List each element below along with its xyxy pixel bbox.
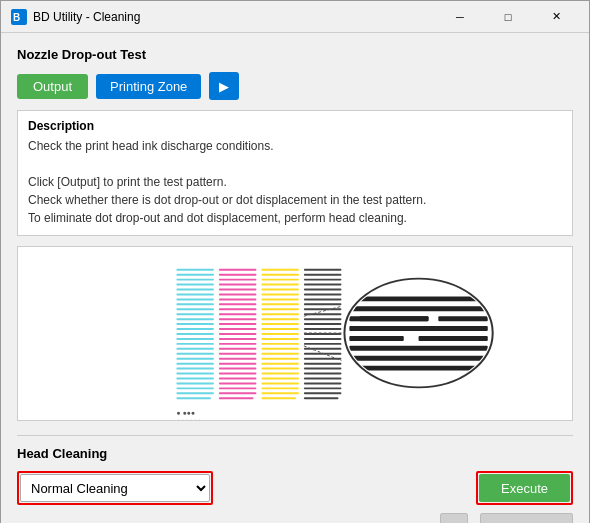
svg-rect-52 [219,373,257,375]
close-window-button[interactable]: ✕ [533,7,579,27]
svg-rect-31 [219,269,257,271]
svg-rect-16 [176,328,214,330]
svg-rect-50 [219,363,257,365]
svg-rect-29 [176,392,214,394]
svg-rect-41 [219,318,257,320]
svg-rect-37 [219,298,257,300]
svg-rect-69 [261,323,299,325]
svg-point-112 [344,279,492,388]
svg-rect-104 [304,363,342,365]
description-text: Check the print head ink discharge condi… [28,137,562,227]
svg-rect-32 [219,274,257,276]
svg-rect-111 [304,397,339,399]
svg-rect-122 [349,346,487,351]
play-button[interactable]: ▶ [209,72,239,100]
svg-rect-68 [261,318,299,320]
svg-rect-99 [304,338,342,340]
svg-rect-59 [261,274,299,276]
svg-rect-95 [304,318,342,320]
svg-rect-70 [261,328,299,330]
svg-text:●●●●●●: ●●●●●● [176,417,201,420]
nozzle-section: Nozzle Drop-out Test Output Printing Zon… [17,47,573,236]
svg-rect-49 [219,358,257,360]
svg-rect-8 [176,289,214,291]
svg-text:● ●●●: ● ●●● [176,409,195,416]
svg-rect-6 [176,279,214,281]
svg-rect-71 [261,333,299,335]
svg-rect-80 [261,377,299,379]
svg-rect-88 [304,284,342,286]
play-icon: ▶ [219,79,229,94]
svg-rect-53 [219,377,257,379]
head-cleaning-title: Head Cleaning [17,446,573,461]
execute-button[interactable]: Execute [479,474,570,502]
svg-rect-4 [176,269,214,271]
svg-rect-22 [176,358,214,360]
description-box: Description Check the print head ink dis… [17,110,573,236]
svg-rect-118 [438,316,487,321]
svg-rect-26 [176,377,214,379]
svg-rect-77 [261,363,299,365]
svg-rect-108 [304,382,342,384]
svg-rect-87 [304,279,342,281]
printing-zone-button[interactable]: Printing Zone [96,74,201,99]
svg-rect-103 [304,358,342,360]
svg-rect-25 [176,373,214,375]
svg-rect-47 [219,348,257,350]
svg-rect-110 [304,392,342,394]
svg-rect-42 [219,323,257,325]
svg-rect-64 [261,298,299,300]
output-button[interactable]: Output [17,74,88,99]
svg-rect-17 [176,333,214,335]
title-bar-controls: ─ □ ✕ [437,7,579,27]
svg-rect-5 [176,274,214,276]
svg-rect-89 [304,289,342,291]
svg-rect-35 [219,289,257,291]
svg-rect-66 [261,308,299,310]
svg-rect-90 [304,293,342,295]
svg-rect-39 [219,308,257,310]
cleaning-type-dropdown[interactable]: Normal Cleaning Strong Cleaning All Nozz… [20,474,210,502]
svg-rect-58 [261,269,299,271]
head-cleaning-section: Head Cleaning Normal Cleaning Strong Cle… [17,446,573,523]
svg-rect-92 [304,303,342,305]
svg-rect-67 [261,313,299,315]
svg-rect-48 [219,353,257,355]
manual-cleaning-arrow-button[interactable]: ▶ [440,513,468,523]
svg-rect-57 [219,397,254,399]
svg-rect-60 [261,279,299,281]
svg-rect-109 [304,387,342,389]
title-bar: B BD Utility - Cleaning ─ □ ✕ [1,1,589,33]
svg-rect-10 [176,298,214,300]
svg-rect-18 [176,338,214,340]
svg-rect-34 [219,284,257,286]
svg-rect-46 [219,343,257,345]
manual-cleaning-label: Manual Cleaning [17,520,137,524]
svg-rect-43 [219,328,257,330]
svg-rect-9 [176,293,214,295]
main-content: Nozzle Drop-out Test Output Printing Zon… [1,33,589,523]
maximize-button[interactable]: □ [485,7,531,27]
svg-rect-61 [261,284,299,286]
svg-rect-51 [219,368,257,370]
execute-button-wrapper: Execute [476,471,573,505]
svg-rect-27 [176,382,214,384]
window-title: BD Utility - Cleaning [33,10,140,24]
main-window: B BD Utility - Cleaning ─ □ ✕ Nozzle Dro… [0,0,590,523]
svg-rect-78 [261,368,299,370]
minimize-button[interactable]: ─ [437,7,483,27]
svg-rect-12 [176,308,214,310]
svg-rect-23 [176,363,214,365]
svg-rect-124 [349,366,487,371]
svg-rect-106 [304,373,342,375]
svg-rect-11 [176,303,214,305]
svg-rect-15 [176,323,214,325]
svg-rect-115 [349,306,487,311]
svg-rect-55 [219,387,257,389]
svg-rect-7 [176,284,214,286]
app-icon: B [11,9,27,25]
title-bar-left: B BD Utility - Cleaning [11,9,140,25]
svg-rect-56 [219,392,257,394]
cleaning-dropdown-wrapper: Normal Cleaning Strong Cleaning All Nozz… [17,471,213,505]
svg-rect-114 [349,296,487,301]
